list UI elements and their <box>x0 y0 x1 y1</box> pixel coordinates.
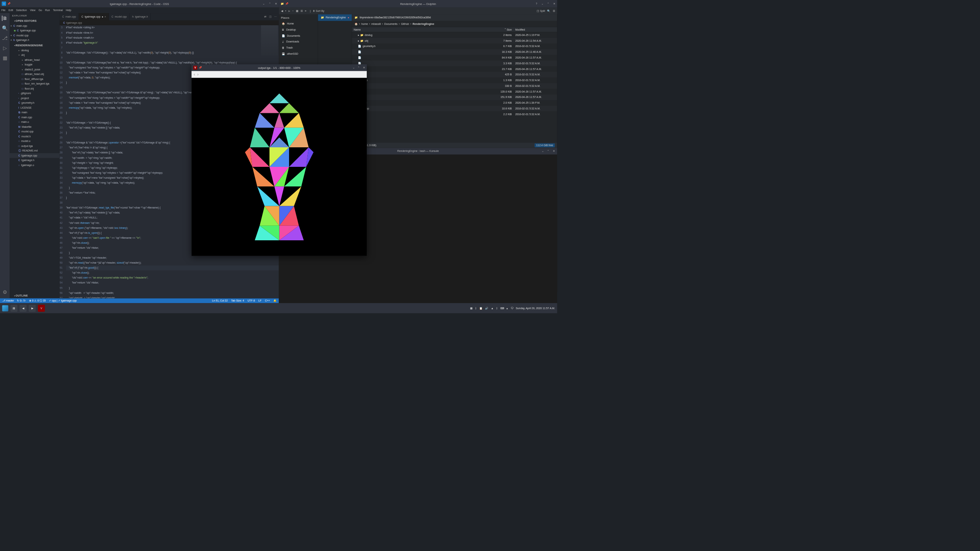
places-item[interactable]: 🗑Trash <box>279 45 318 51</box>
open-editor-item[interactable]: Ctgaimage.cpp <box>10 28 60 33</box>
menu-view[interactable]: View <box>30 9 36 12</box>
cursor-pos[interactable]: Ln 51, Col 22 <box>212 299 228 302</box>
tray-network-icon[interactable]: ▲ <box>491 306 493 310</box>
open-editor-item[interactable]: ×Cmodel.cpp <box>10 33 60 38</box>
forward-icon[interactable]: ▶ <box>288 9 290 12</box>
file-list[interactable]: ▸ 📁devlog2 items2020-04-25 1:19 P.M.▸ 📁o… <box>352 32 557 143</box>
menu-icon[interactable]: ☰ <box>553 9 555 12</box>
taskbar-app-3[interactable]: ▶ <box>29 305 36 311</box>
tray-clipboard-icon[interactable]: 📋 <box>479 306 483 310</box>
view-icons-icon[interactable]: ▦ <box>296 9 298 12</box>
menu-run[interactable]: Run <box>45 9 50 12</box>
imgviewer-titlebar[interactable]: V 📌 output.tga - 1/1 - 800×800 - 100% ⌄ … <box>191 64 367 71</box>
close-icon[interactable]: × <box>10 24 12 28</box>
git-branch[interactable]: ⎇ master <box>2 299 14 302</box>
tray-grid-icon[interactable]: ▦ <box>470 306 472 310</box>
file-row[interactable]: 📄e.h2.2 KiB2016-02-01 5:32 A.M. <box>352 111 557 117</box>
tray-chevron-icon[interactable]: ▴ <box>506 306 508 310</box>
open-editors-header[interactable]: ▾ OPEN EDITORS <box>10 18 60 24</box>
search-icon[interactable]: 🔍 <box>2 26 8 31</box>
places-item[interactable]: ⭳Downloads <box>279 39 318 45</box>
close-icon[interactable]: × <box>10 34 12 37</box>
eol[interactable]: LF <box>258 299 261 302</box>
menu-help[interactable]: Help <box>66 9 71 12</box>
menu-terminal[interactable]: Terminal <box>53 9 63 12</box>
tray-notif-icon[interactable]: 🗨 <box>511 306 513 310</box>
close-icon[interactable]: × <box>105 15 106 18</box>
pane-a-tab[interactable]: 📁 RenderingEngine ● <box>318 15 352 21</box>
places-item[interactable]: 💾otherSSD <box>279 51 318 57</box>
open-editor-item[interactable]: ×Cmain.cpp <box>10 23 60 28</box>
file-item[interactable]: ·.gitignore <box>10 91 60 96</box>
file-item[interactable]: Ctgaimage.h <box>10 158 60 163</box>
tray-bluetooth-icon[interactable]: ᛒ <box>475 306 477 310</box>
debug-icon[interactable]: ▷ <box>2 46 8 51</box>
folder-item[interactable]: ▸boggie <box>10 62 60 67</box>
extensions-icon[interactable]: ▦ <box>2 56 8 61</box>
close-icon[interactable]: × <box>10 39 12 42</box>
tray-keyboard-icon[interactable]: ⌨ <box>500 306 504 310</box>
outline-header[interactable]: ▸ OUTLINE <box>10 293 60 298</box>
file-item[interactable]: □output.tga <box>10 143 60 148</box>
file-row[interactable]: 📄135.0 KiB2020-04-26 11:57 A.M. <box>352 89 557 95</box>
minimap[interactable] <box>261 25 278 56</box>
taskbar-app-1[interactable]: ▤ <box>10 305 17 311</box>
file-row[interactable]: 📄425 B2016-02-01 5:32 A.M. <box>352 72 557 78</box>
pin-icon[interactable]: 📌 <box>7 2 11 5</box>
file-item[interactable]: Cmodel.h <box>10 134 60 139</box>
folder-item[interactable]: ▸diablo3_pose <box>10 67 60 72</box>
dolphin-titlebar[interactable]: 📁 📌 RenderingEngine — Dolphin ? ⌄ ⌃ ✕ <box>279 0 557 7</box>
file-row[interactable]: 📄e.cpp10.6 KiB2016-02-01 5:32 A.M. <box>352 106 557 111</box>
home-icon[interactable]: 🏠 <box>354 23 358 26</box>
split-editor-icon[interactable]: ◫ <box>269 15 271 18</box>
menu-edit[interactable]: Edit <box>8 9 13 12</box>
file-item[interactable]: Cmodel.cpp <box>10 129 60 134</box>
file-row[interactable]: 📄geometry.h6.7 KiB2016-02-01 5:32 A.M. <box>352 44 557 49</box>
file-row[interactable]: ▸ 📁devlog2 items2020-04-25 1:19 P.M. <box>352 32 557 38</box>
file-item[interactable]: Ctgaimage.cpp <box>10 153 60 158</box>
close-icon[interactable]: ✕ <box>275 2 277 5</box>
editor-tab[interactable]: htgaimage.h <box>130 13 151 20</box>
folder-item[interactable]: ▸african_head <box>10 57 60 62</box>
lang-status[interactable]: ✓ cpp | ✓ tgaimage.cpp <box>49 299 77 302</box>
file-row[interactable]: 📄23.7 KiB2020-04-26 11:57 A.M. <box>352 66 557 72</box>
menu-file[interactable]: File <box>1 9 5 12</box>
file-item[interactable]: Cmain.cpp <box>10 115 60 120</box>
file-item[interactable]: ⧉main <box>10 110 60 115</box>
vscode-titlebar[interactable]: ⧉ 📌 tgaimage.cpp - RenderingEngine - Cod… <box>0 0 279 7</box>
file-item[interactable]: ○tgaimage.o <box>10 163 60 168</box>
view-compact-icon[interactable]: ☰ <box>301 9 303 12</box>
encoding[interactable]: UTF-8 <box>248 299 255 302</box>
menu-selection[interactable]: Selection <box>16 9 27 12</box>
search-icon[interactable]: 🔍 <box>547 9 550 12</box>
git-sync[interactable]: ↻ 0↓ 5↑ <box>17 299 26 302</box>
bell-icon[interactable]: 🔔 <box>273 299 277 302</box>
file-row[interactable]: 📄84.9 KiB2020-04-26 11:57 A.M. <box>352 55 557 60</box>
back-icon[interactable]: ◀ <box>281 9 283 12</box>
tab-size[interactable]: Tab Size: 4 <box>231 299 244 302</box>
scm-icon[interactable]: ⎇ <box>2 36 8 41</box>
view-details-icon[interactable]: ≡ <box>305 9 307 12</box>
folder-item[interactable]: ▸devlog <box>10 48 60 53</box>
breadcrumb[interactable]: 🏠› home› mbassili› Documents› GitHub› Re… <box>352 21 557 27</box>
column-headers[interactable]: Name ˅ Size Modified <box>352 27 557 33</box>
open-editor-item[interactable]: ×htgaimage.h <box>10 38 60 43</box>
taskbar-app-4[interactable]: V <box>38 305 45 311</box>
start-button[interactable] <box>2 305 8 311</box>
file-row[interactable]: 📄.md2.0 KiB2020-04-25 1:36 P.M. <box>352 100 557 106</box>
taskbar-app-2[interactable]: ◀ <box>20 305 26 311</box>
file-item[interactable]: □floor_diffuse.tga <box>10 77 60 82</box>
problems[interactable]: ⊗ 0 ⚠ 0 ⓘ 35 <box>29 299 46 303</box>
prev-icon[interactable]: ‹ <box>194 72 195 77</box>
editor-tab[interactable]: Cmodel.cpp <box>109 13 130 20</box>
file-row[interactable]: 📄3.3 KiB2016-02-01 5:32 A.M. <box>352 60 557 66</box>
compare-icon[interactable]: ⇄ <box>264 15 266 18</box>
menu-go[interactable]: Go <box>39 9 42 12</box>
file-item[interactable]: ○main.o <box>10 120 60 125</box>
editor-tab[interactable]: Ctgaimage.cpp●× <box>79 13 109 20</box>
next-icon[interactable]: › <box>197 72 198 77</box>
file-item[interactable]: ○model.o <box>10 139 60 144</box>
pane-b-tab[interactable]: 📁 tinyrenderer-68a5ae382135d679891423fb5… <box>352 15 557 21</box>
file-item[interactable]: MMakefile <box>10 124 60 129</box>
chevron-down-icon[interactable]: ⌄ <box>263 2 265 5</box>
